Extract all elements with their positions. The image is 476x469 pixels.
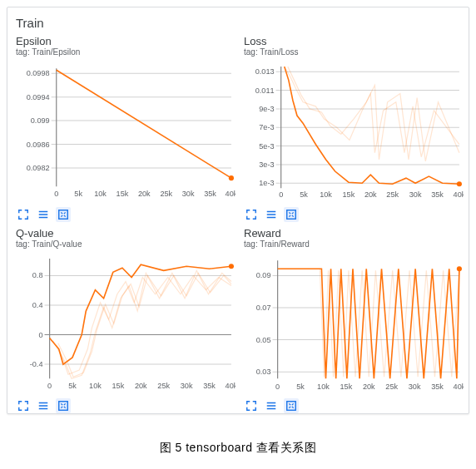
chart-title: Epsilon — [16, 35, 236, 47]
plot-qvalue[interactable]: 0.8 0.4 0 -0.4 0 5k 10k 15k 20k 25k 30k — [16, 252, 236, 396]
svg-text:40k: 40k — [454, 383, 464, 391]
chart-tag: tag: Train/Loss — [244, 47, 464, 57]
svg-text:9e-3: 9e-3 — [259, 105, 274, 113]
chart-toolbar — [244, 207, 464, 222]
svg-text:15k: 15k — [117, 190, 129, 198]
expand-icon[interactable] — [244, 207, 259, 222]
svg-text:0.4: 0.4 — [32, 301, 43, 309]
svg-text:30k: 30k — [182, 190, 195, 198]
svg-text:5e-3: 5e-3 — [259, 142, 274, 151]
svg-text:20k: 20k — [135, 382, 147, 390]
svg-text:35k: 35k — [203, 382, 216, 390]
y-grid — [52, 73, 231, 168]
svg-text:30k: 30k — [181, 382, 193, 390]
list-icon[interactable] — [36, 398, 51, 413]
svg-text:30k: 30k — [409, 383, 421, 391]
plot-loss[interactable]: 0.013 0.011 9e-3 7e-3 5e-3 3e-3 1e-3 0 5… — [244, 60, 464, 204]
svg-text:35k: 35k — [204, 190, 216, 198]
svg-text:0.011: 0.011 — [255, 86, 275, 95]
chart-epsilon: Epsilon tag: Train/Epsilon 0.0998 0.0994… — [16, 35, 236, 222]
svg-text:20k: 20k — [138, 190, 151, 198]
svg-text:40k: 40k — [454, 191, 464, 200]
series-shadow — [285, 67, 459, 161]
svg-text:0.0994: 0.0994 — [27, 93, 50, 101]
series-reward — [278, 269, 459, 378]
svg-text:0: 0 — [279, 191, 283, 200]
svg-text:0.8: 0.8 — [32, 271, 43, 279]
chart-tag: tag: Train/Epsilon — [16, 47, 236, 57]
svg-text:0.0982: 0.0982 — [27, 164, 50, 172]
svg-text:0.0998: 0.0998 — [27, 69, 50, 77]
svg-text:0.07: 0.07 — [256, 304, 271, 312]
series-epsilon — [57, 70, 231, 178]
chart-tag: tag: Train/Q-value — [16, 239, 236, 249]
svg-text:5k: 5k — [296, 383, 305, 391]
svg-text:0.05: 0.05 — [256, 335, 271, 343]
svg-text:30k: 30k — [409, 191, 422, 200]
list-icon[interactable] — [264, 398, 279, 413]
x-ticks: 0 5k 10k 15k 20k 25k 30k 35k 40k — [47, 382, 236, 390]
fit-icon[interactable] — [284, 398, 299, 413]
svg-rect-43 — [287, 210, 296, 219]
fit-icon[interactable] — [56, 207, 71, 222]
svg-text:1e-3: 1e-3 — [259, 179, 274, 187]
svg-text:10k: 10k — [89, 382, 102, 390]
last-point-dot — [229, 175, 234, 180]
svg-text:25k: 25k — [385, 383, 398, 391]
svg-text:5k: 5k — [74, 190, 82, 198]
series-qvalue — [50, 264, 231, 364]
svg-text:0.099: 0.099 — [31, 116, 50, 125]
expand-icon[interactable] — [244, 398, 259, 413]
y-grid — [45, 275, 231, 364]
chart-toolbar — [16, 398, 236, 413]
svg-text:10k: 10k — [317, 383, 330, 391]
svg-text:0.0986: 0.0986 — [27, 141, 50, 149]
svg-text:40k: 40k — [226, 382, 236, 390]
expand-icon[interactable] — [16, 398, 31, 413]
plot-epsilon[interactable]: 0.0998 0.0994 0.099 0.0986 0.0982 0 5k 1… — [16, 60, 236, 204]
fit-icon[interactable] — [56, 398, 71, 413]
train-panel: Train Epsilon tag: Train/Epsilon 0.0998 — [7, 7, 469, 414]
last-point-dot — [457, 266, 462, 271]
svg-text:35k: 35k — [431, 191, 444, 200]
expand-icon[interactable] — [16, 207, 31, 222]
svg-text:7e-3: 7e-3 — [259, 123, 274, 131]
svg-text:40k: 40k — [226, 190, 236, 198]
svg-text:35k: 35k — [431, 383, 444, 391]
svg-text:-0.4: -0.4 — [30, 360, 43, 368]
plot-svg: 0.8 0.4 0 -0.4 0 5k 10k 15k 20k 25k 30k — [16, 252, 236, 396]
plot-svg: 0.09 0.07 0.05 0.03 0 5k 10k 15k 20k 25k… — [244, 252, 464, 396]
x-ticks: 0 5k 10k 15k 20k 25k 30k 35k 40k — [279, 191, 464, 200]
svg-text:10k: 10k — [94, 190, 107, 198]
plot-svg: 0.013 0.011 9e-3 7e-3 5e-3 3e-3 1e-3 0 5… — [244, 60, 464, 204]
panel-title: Train — [16, 16, 464, 30]
x-ticks: 0 5k 10k 15k 20k 25k 30k 35k 40k — [275, 383, 464, 391]
fit-icon[interactable] — [284, 207, 299, 222]
series-shadow — [53, 270, 231, 378]
last-point-dot — [229, 264, 234, 269]
svg-text:0: 0 — [54, 190, 58, 198]
svg-rect-79 — [287, 402, 296, 411]
chart-title: Reward — [244, 227, 464, 239]
svg-text:25k: 25k — [157, 382, 170, 390]
svg-text:3e-3: 3e-3 — [259, 160, 274, 169]
chart-qvalue: Q-value tag: Train/Q-value 0.8 0.4 0 -0.… — [16, 227, 236, 414]
svg-text:20k: 20k — [364, 191, 377, 200]
chart-reward: Reward tag: Train/Reward 0.09 0.07 0.05 … — [244, 227, 464, 414]
chart-title: Loss — [244, 35, 464, 47]
chart-grid: Epsilon tag: Train/Epsilon 0.0998 0.0994… — [16, 35, 464, 413]
svg-text:20k: 20k — [363, 383, 375, 391]
chart-tag: tag: Train/Reward — [244, 239, 464, 249]
last-point-dot — [457, 181, 462, 186]
list-icon[interactable] — [36, 207, 51, 222]
svg-text:25k: 25k — [160, 190, 172, 198]
svg-text:5k: 5k — [68, 382, 77, 390]
list-icon[interactable] — [264, 207, 279, 222]
svg-rect-61 — [59, 402, 68, 411]
plot-svg: 0.0998 0.0994 0.099 0.0986 0.0982 0 5k 1… — [16, 60, 236, 204]
svg-text:25k: 25k — [386, 191, 399, 200]
plot-reward[interactable]: 0.09 0.07 0.05 0.03 0 5k 10k 15k 20k 25k… — [244, 252, 464, 396]
svg-text:5k: 5k — [300, 191, 308, 200]
y-grid — [276, 72, 459, 183]
svg-text:0.09: 0.09 — [256, 271, 271, 279]
